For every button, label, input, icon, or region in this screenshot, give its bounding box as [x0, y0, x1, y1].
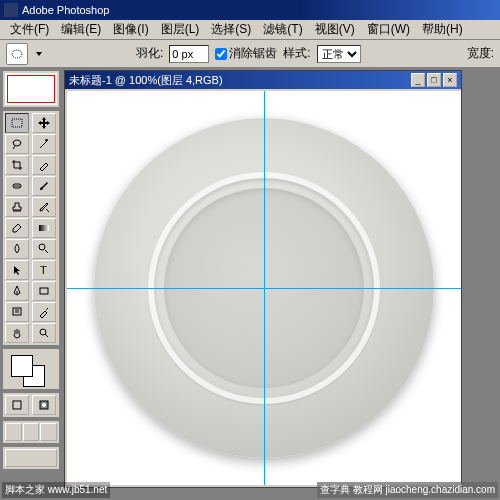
- style-select[interactable]: 正常: [317, 45, 361, 63]
- maximize-button[interactable]: □: [427, 73, 441, 87]
- tool-slice[interactable]: [32, 155, 56, 175]
- screen-modes: [2, 420, 60, 444]
- svg-point-2: [46, 139, 48, 141]
- jump-to: [2, 446, 60, 470]
- tool-type[interactable]: T: [32, 260, 56, 280]
- svg-point-6: [18, 185, 20, 187]
- svg-rect-1: [12, 119, 22, 127]
- document-window: 未标题-1 @ 100%(图层 4,RGB) _ □ ×: [64, 70, 462, 488]
- navigator-panel[interactable]: [2, 70, 60, 108]
- svg-point-8: [39, 244, 45, 250]
- app-icon: [4, 3, 18, 17]
- screen-full-menubar-icon[interactable]: [23, 423, 40, 441]
- tool-lasso[interactable]: [5, 134, 29, 154]
- svg-text:T: T: [40, 264, 47, 276]
- tool-eraser[interactable]: [5, 218, 29, 238]
- tool-dodge[interactable]: [32, 239, 56, 259]
- menubar: 文件(F) 编辑(E) 图像(I) 图层(L) 选择(S) 滤镜(T) 视图(V…: [0, 20, 500, 40]
- svg-point-0: [12, 50, 22, 58]
- tool-notes[interactable]: [5, 302, 29, 322]
- tool-hand[interactable]: [5, 323, 29, 343]
- menu-filter[interactable]: 滤镜(T): [257, 21, 308, 38]
- tool-healing[interactable]: [5, 176, 29, 196]
- app-titlebar: Adobe Photoshop: [0, 0, 500, 20]
- toolbox: T: [2, 110, 60, 346]
- menu-help[interactable]: 帮助(H): [416, 21, 469, 38]
- app-title: Adobe Photoshop: [22, 4, 109, 16]
- left-column: T: [0, 68, 62, 500]
- horizontal-guide[interactable]: [67, 288, 461, 289]
- screen-full-icon[interactable]: [40, 423, 57, 441]
- color-swatches[interactable]: [2, 348, 60, 390]
- antialias-checkbox[interactable]: [215, 48, 227, 60]
- feather-label: 羽化:: [136, 45, 163, 62]
- screen-standard-icon[interactable]: [5, 423, 22, 441]
- menu-view[interactable]: 视图(V): [309, 21, 361, 38]
- tool-eyedropper[interactable]: [32, 302, 56, 322]
- close-button[interactable]: ×: [443, 73, 457, 87]
- watermark-left: 脚本之家 www.jb51.net: [2, 482, 110, 498]
- width-label: 宽度:: [467, 45, 494, 62]
- workspace: T 未标题-1 @ 100%(图层 4,RGB): [0, 68, 500, 500]
- menu-file[interactable]: 文件(F): [4, 21, 55, 38]
- jump-imageready-icon[interactable]: [5, 449, 57, 467]
- canvas-area: 未标题-1 @ 100%(图层 4,RGB) _ □ ×: [62, 68, 500, 500]
- canvas[interactable]: [67, 91, 461, 485]
- menu-window[interactable]: 窗口(W): [361, 21, 416, 38]
- edit-modes: [2, 392, 60, 418]
- tool-crop[interactable]: [5, 155, 29, 175]
- antialias-checkbox-label[interactable]: 消除锯齿: [215, 45, 277, 62]
- tool-brush[interactable]: [32, 176, 56, 196]
- menu-select[interactable]: 选择(S): [205, 21, 257, 38]
- tool-move[interactable]: [32, 113, 56, 133]
- menu-image[interactable]: 图像(I): [107, 21, 154, 38]
- standard-mode-icon[interactable]: [5, 395, 29, 415]
- svg-point-15: [42, 403, 46, 407]
- document-titlebar[interactable]: 未标题-1 @ 100%(图层 4,RGB) _ □ ×: [65, 71, 461, 89]
- tool-preset-dropdown-icon[interactable]: [34, 49, 44, 59]
- tool-shape[interactable]: [32, 281, 56, 301]
- svg-rect-7: [39, 225, 49, 231]
- tool-marquee-rect[interactable]: [5, 113, 29, 133]
- options-bar: 羽化: 消除锯齿 样式: 正常 宽度:: [0, 40, 500, 68]
- style-label: 样式:: [283, 45, 310, 62]
- svg-point-4: [14, 185, 16, 187]
- tool-pen[interactable]: [5, 281, 29, 301]
- navigator-thumbnail: [5, 73, 57, 105]
- tool-stamp[interactable]: [5, 197, 29, 217]
- tool-preview-icon[interactable]: [6, 43, 28, 65]
- tool-magic-wand[interactable]: [32, 134, 56, 154]
- tool-history-brush[interactable]: [32, 197, 56, 217]
- menu-edit[interactable]: 编辑(E): [55, 21, 107, 38]
- tool-path-select[interactable]: [5, 260, 29, 280]
- tool-gradient[interactable]: [32, 218, 56, 238]
- watermark-right: 查字典 教程网 jiaocheng.chazidian.com: [317, 482, 498, 498]
- document-title: 未标题-1 @ 100%(图层 4,RGB): [69, 73, 223, 88]
- svg-rect-10: [40, 288, 48, 294]
- quickmask-mode-icon[interactable]: [32, 395, 56, 415]
- menu-layer[interactable]: 图层(L): [155, 21, 206, 38]
- foreground-color-swatch[interactable]: [11, 355, 33, 377]
- svg-rect-13: [13, 401, 21, 409]
- svg-point-5: [16, 185, 18, 187]
- tool-zoom[interactable]: [32, 323, 56, 343]
- tool-blur[interactable]: [5, 239, 29, 259]
- feather-input[interactable]: [169, 45, 209, 63]
- minimize-button[interactable]: _: [411, 73, 425, 87]
